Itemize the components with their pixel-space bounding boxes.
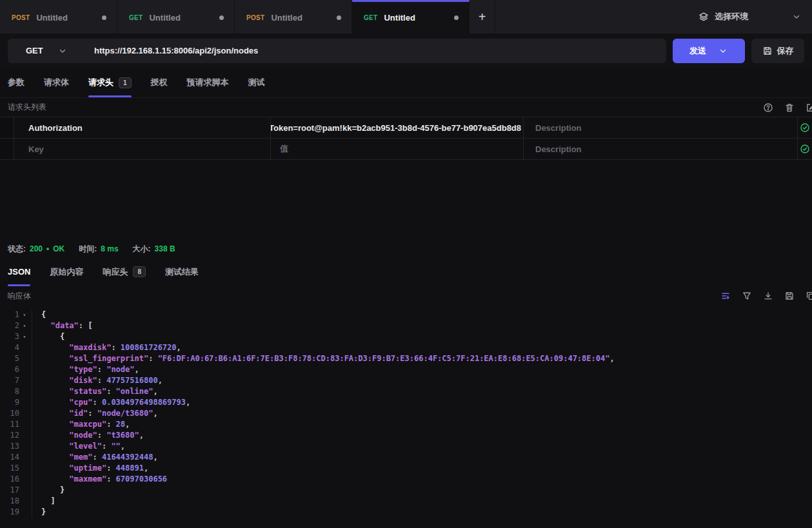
new-tab-button[interactable]: + xyxy=(470,0,495,34)
delete-icon[interactable] xyxy=(784,103,795,113)
line-number: 18 xyxy=(0,496,19,507)
tab-method-label: GET xyxy=(364,14,377,21)
filter-icon[interactable] xyxy=(742,291,752,301)
header-enabled-check-icon[interactable] xyxy=(798,139,812,159)
tab-title: Untitled xyxy=(384,13,415,23)
window-tab-list: POSTUntitledGETUntitledPOSTUntitledGETUn… xyxy=(0,0,470,34)
tab-method-label: GET xyxy=(129,14,143,21)
chevron-down-icon xyxy=(718,46,728,56)
request-tab[interactable]: 请求体 xyxy=(44,68,69,97)
header-value-cell[interactable]: Token=root@pam!kk=b2acb951-3b8d-4576-be7… xyxy=(271,117,524,138)
header-key-cell[interactable]: Key xyxy=(14,139,271,159)
code-gutter: 5 xyxy=(0,353,32,364)
request-tab[interactable]: 预请求脚本 xyxy=(187,68,229,97)
code-text: "uptime": 448891, xyxy=(32,463,148,474)
tab-title: Untitled xyxy=(271,13,302,23)
code-line: 16 "maxmem": 67097030656 xyxy=(0,474,812,485)
code-line: 2▾ "data": [ xyxy=(0,320,812,331)
tab-count-badge: 1 xyxy=(119,77,132,88)
line-number: 9 xyxy=(0,397,19,408)
empty-area xyxy=(0,160,812,240)
code-text: { xyxy=(32,309,46,320)
save-response-icon[interactable] xyxy=(784,291,795,301)
response-body-title: 响应体 xyxy=(8,291,31,302)
request-tab[interactable]: 测试 xyxy=(248,68,265,97)
request-tab[interactable]: 请求头1 xyxy=(88,68,132,97)
chevron-down-icon xyxy=(791,12,802,22)
unsaved-dot-icon xyxy=(102,15,106,20)
row-drag-handle[interactable] xyxy=(0,139,14,159)
code-line: 15 "uptime": 448891, xyxy=(0,463,812,474)
line-number: 1 xyxy=(0,309,19,320)
window-tab[interactable]: POSTUntitled xyxy=(235,0,352,34)
line-number: 16 xyxy=(0,474,19,485)
code-gutter: 7 xyxy=(0,375,32,386)
headers-panel-title: 请求头列表 xyxy=(8,102,46,113)
code-text: "maxcpu": 28, xyxy=(32,419,130,430)
line-number: 11 xyxy=(0,419,19,430)
line-number: 6 xyxy=(0,364,19,375)
code-gutter: 3▾ xyxy=(0,331,32,342)
size-label: 大小: xyxy=(133,244,151,255)
fold-spacer xyxy=(19,408,30,419)
request-tab[interactable]: 授权 xyxy=(151,68,168,97)
code-gutter: 16 xyxy=(0,474,32,485)
fold-spacer xyxy=(19,452,30,463)
code-line: 13 "level": "", xyxy=(0,441,812,452)
code-text: "type": "node", xyxy=(32,364,139,375)
response-tab-label: 原始内容 xyxy=(50,266,83,278)
window-tab[interactable]: GETUntitled xyxy=(117,0,235,34)
help-icon[interactable] xyxy=(763,103,773,113)
environment-selector[interactable]: 选择环境 xyxy=(698,11,812,23)
method-selector[interactable]: GET xyxy=(8,46,83,56)
url-input[interactable] xyxy=(83,46,666,55)
window-tab[interactable]: GETUntitled xyxy=(352,0,470,34)
header-description-cell[interactable]: Description xyxy=(524,117,798,138)
response-tab[interactable]: JSON xyxy=(8,257,30,286)
code-gutter: 14 xyxy=(0,452,32,463)
header-value-cell[interactable]: 值 xyxy=(271,139,524,159)
header-key-cell[interactable]: Authorization xyxy=(14,117,271,138)
fold-arrow-icon[interactable]: ▾ xyxy=(19,320,30,331)
format-icon[interactable] xyxy=(720,291,731,301)
method-label: GET xyxy=(26,46,43,55)
code-gutter: 11 xyxy=(0,419,32,430)
response-tab[interactable]: 响应头8 xyxy=(103,257,146,286)
window-tab[interactable]: POSTUntitled xyxy=(0,0,117,34)
response-json-viewer: 1▾{2▾ "data": [3▾ {4 "maxdisk": 10086172… xyxy=(0,306,812,528)
unsaved-dot-icon xyxy=(454,15,459,20)
fold-spacer xyxy=(19,474,30,485)
download-icon[interactable] xyxy=(763,291,773,301)
fold-arrow-icon[interactable]: ▾ xyxy=(19,309,30,320)
send-button[interactable]: 发送 xyxy=(673,39,745,63)
fold-spacer xyxy=(19,364,30,375)
line-number: 4 xyxy=(0,342,19,353)
code-gutter: 6 xyxy=(0,364,32,375)
code-line: 7 "disk": 47757516800, xyxy=(0,375,812,386)
save-button[interactable]: 保存 xyxy=(751,39,804,63)
header-enabled-check-icon[interactable] xyxy=(798,117,812,138)
code-line: 18 ] xyxy=(0,496,812,507)
environment-label: 选择环境 xyxy=(715,11,748,23)
header-description-cell[interactable]: Description xyxy=(524,139,798,159)
code-text: ] xyxy=(32,496,55,507)
response-tab[interactable]: 原始内容 xyxy=(50,257,83,286)
response-tab[interactable]: 测试结果 xyxy=(165,257,199,286)
time-segment: 时间: 8 ms xyxy=(79,244,118,255)
request-tab[interactable]: 参数 xyxy=(8,68,25,97)
code-text: "maxmem": 67097030656 xyxy=(32,474,167,485)
response-status-bar: 状态: 200 • OK 时间: 8 ms 大小: 338 B xyxy=(0,240,812,257)
time-value: 8 ms xyxy=(101,244,118,253)
save-icon xyxy=(762,46,773,56)
bulk-edit-icon[interactable] xyxy=(806,103,812,113)
copy-icon[interactable] xyxy=(806,291,812,301)
code-text: "ssl_fingerprint": "F6:DF:A0:67:B6:A1:6F… xyxy=(32,353,615,364)
status-segment: 状态: 200 • OK xyxy=(8,244,64,255)
row-drag-handle[interactable] xyxy=(0,117,14,138)
code-gutter: 15 xyxy=(0,463,32,474)
fold-spacer xyxy=(19,507,30,518)
fold-arrow-icon[interactable]: ▾ xyxy=(19,331,30,342)
code-text: "disk": 47757516800, xyxy=(32,375,163,386)
line-number: 2 xyxy=(0,320,19,331)
code-line: 10 "id": "node/t3680", xyxy=(0,408,812,419)
